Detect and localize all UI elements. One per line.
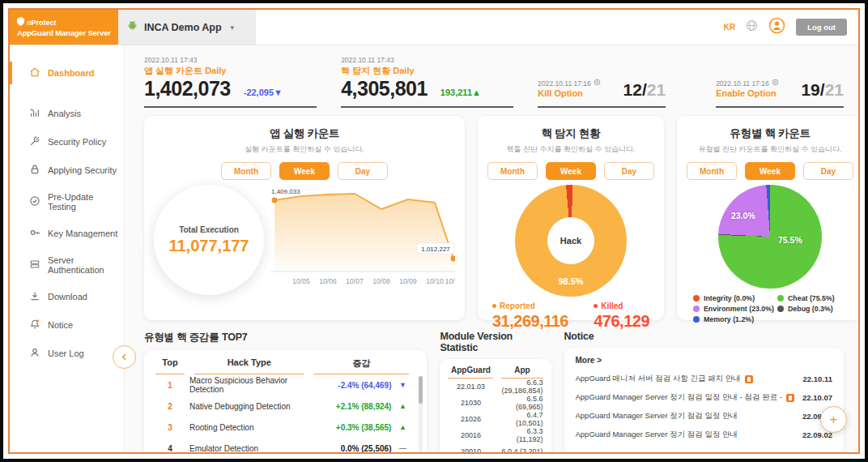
period-tabs: Month Week Day — [154, 162, 455, 180]
stat-label: Enable Option — [716, 88, 779, 98]
table-row: 2 Native Debugging Detection +2.1% (88,9… — [155, 396, 409, 417]
selected-app-name: INCA Demo App — [144, 22, 222, 33]
main-content: 2022.10.11 17:43 앱 실행 카운트 Daily 1,402,07… — [125, 45, 858, 452]
stat-enable-option: 2022.10.11 17:16 Enable Option 19/21 — [716, 79, 844, 108]
card-hack-type-count: 유형별 핵 카운트 유형별 진단 카운트를 확인하실 수 있습니다. Month… — [677, 116, 858, 320]
tab-day[interactable]: Day — [604, 162, 654, 180]
lock-icon — [29, 164, 40, 177]
start-point-label: 1,409,033 — [271, 188, 300, 195]
notice-link[interactable]: AppGuard Manager Server 정기 점검 일정 안내 — [576, 411, 738, 421]
shield-icon — [17, 17, 24, 28]
globe-icon[interactable] — [746, 19, 758, 35]
stat-label: Kill Option — [538, 88, 601, 98]
sidebar-item-dashboard[interactable]: Dashboard — [10, 62, 124, 84]
down-arrow-icon: ▼ — [396, 381, 409, 389]
card-subtitle: 유형별 진단 카운트를 확인하실 수 있습니다. — [687, 144, 853, 155]
x-tick: 10/10 — [426, 277, 444, 285]
top7-header: Top Hack Type 증감 — [155, 357, 409, 374]
sidebar-item-download[interactable]: Download — [10, 285, 124, 308]
brand-product: AppGuard Manager Server — [17, 28, 113, 37]
sidebar-item-notice[interactable]: Notice — [10, 314, 124, 336]
legend-integrity: Integrity (0.0%) — [693, 294, 774, 302]
x-tick: 10/07 — [346, 277, 364, 285]
sidebar-item-server-authentication[interactable]: Server Authentication — [10, 250, 124, 280]
top-bar-right: KR Log out — [724, 10, 858, 45]
gear-icon[interactable] — [594, 79, 601, 88]
legend-dot — [693, 316, 700, 323]
tab-month[interactable]: Month — [687, 162, 737, 180]
stat-value: 1,402,073 — [144, 79, 231, 99]
bottom-row: 유형별 핵 증감률 TOP7 Top Hack Type 증감 1 Macro … — [144, 331, 844, 452]
legend-debug: Debug (0.3%) — [777, 305, 847, 313]
new-badge-icon — [786, 394, 794, 402]
section-module-versions: Module Version Statistic AppGuard App 22… — [440, 331, 551, 452]
notice-link[interactable]: AppGuard Manager Server 정기 점검 일정 안내 — [576, 430, 738, 440]
period-tabs: Month Week Day — [687, 162, 853, 180]
app-window: nProtect AppGuard Manager Server INCA De… — [0, 0, 868, 462]
card-subtitle: 핵툴 진단 수치를 확인하실 수 있습니다. — [487, 144, 654, 155]
up-arrow-icon: ▲ — [396, 402, 409, 410]
hack-type-pie-chart: 23.0% 75.5% — [718, 185, 822, 289]
tab-day[interactable]: Day — [338, 162, 388, 180]
stat-date: 2022.10.11 17:16 — [716, 79, 769, 88]
avatar-icon[interactable] — [768, 17, 785, 37]
module-version-table: AppGuard App 22.01.036.6.3 (29,186,854) … — [440, 359, 551, 452]
list-item: AppGuard Manager Server 정기 점검 일정 안내 22.0… — [576, 426, 833, 444]
notice-link[interactable]: AppGuard Manager Server 정기 점검 일정 안내 - 점검… — [576, 392, 795, 403]
donut-percent-label: 98.5% — [558, 276, 583, 286]
scrollbar-thumb[interactable] — [419, 376, 423, 404]
execution-line-chart: 1,409,033 1,012,227 10/05 10/06 10/07 10… — [270, 187, 455, 293]
sidebar-item-key-management[interactable]: Key Management — [10, 222, 124, 245]
sidebar-item-user-log[interactable]: User Log — [10, 342, 124, 365]
logout-button[interactable]: Log out — [796, 19, 847, 36]
section-notice: Notice More > AppGuard 매니저 서버 점검 사항 긴급 패… — [564, 331, 845, 452]
x-tick: 10/05 — [292, 277, 310, 285]
stat-value: 4,305,801 — [341, 79, 428, 99]
list-item: AppGuard Manager Server 정기 점검 일정 안내 22.0… — [576, 407, 833, 426]
pie-slice-label-cheat: 75.5% — [778, 235, 802, 245]
stats-row: 2022.10.11 17:43 앱 실행 카운트 Daily 1,402,07… — [144, 56, 844, 108]
new-badge-icon — [745, 375, 753, 383]
card-app-execution-count: 앱 실행 카운트 실행 카운트를 확인하실 수 있습니다. Month Week… — [144, 116, 465, 320]
reported-stat: Reported 31,269,116 — [492, 302, 568, 331]
key-icon — [29, 227, 40, 240]
notice-list: More > AppGuard 매니저 서버 점검 사항 긴급 패치 안내 22… — [564, 348, 845, 452]
home-icon — [29, 66, 40, 79]
killed-stat: Killed 476,129 — [594, 302, 649, 331]
sidebar-item-applying-security[interactable]: Applying Security — [10, 159, 124, 182]
top7-table: Top Hack Type 증감 1 Macro Suspicious Beha… — [144, 350, 427, 452]
tab-day[interactable]: Day — [803, 162, 853, 180]
stat-date: 2022.10.11 17:43 — [144, 56, 317, 64]
sidebar-item-security-policy[interactable]: Security Policy — [10, 130, 124, 153]
tab-month[interactable]: Month — [487, 162, 538, 180]
user-icon — [29, 347, 40, 360]
tab-week[interactable]: Week — [279, 162, 330, 180]
sidebar: Dashboard Analysis Security Policy Apply… — [10, 45, 125, 452]
list-item: AppGuard 매니저 서버 점검 사항 긴급 패치 안내 22.10.11 — [576, 370, 833, 388]
chevron-down-icon: ▾ — [231, 24, 235, 32]
tab-month[interactable]: Month — [221, 162, 271, 180]
table-row: 4 Emulator Detection 0.0% (25,506) — — [155, 438, 409, 452]
scrollbar-track[interactable] — [419, 376, 423, 452]
x-tick: 10/11 — [445, 277, 455, 285]
enable-option-value: 19/21 — [801, 81, 844, 98]
tab-week[interactable]: Week — [546, 162, 596, 180]
stat-date: 2022.10.11 17:43 — [341, 56, 513, 64]
add-floating-button[interactable]: + — [820, 406, 847, 433]
app-selector-dropdown[interactable]: INCA Demo App ▾ — [118, 10, 256, 45]
sidebar-collapse-button[interactable] — [113, 345, 136, 369]
language-toggle[interactable]: KR — [724, 23, 735, 32]
sidebar-item-pre-update-testing[interactable]: Pre-Update Testing — [10, 187, 124, 216]
stat-kill-option: 2022.10.11 17:16 Kill Option 12/21 — [538, 79, 666, 108]
kill-option-value: 12/21 — [623, 81, 666, 98]
tab-week[interactable]: Week — [745, 162, 795, 180]
section-title: 유형별 핵 증감률 TOP7 — [144, 331, 427, 344]
notice-more-link[interactable]: More > — [576, 356, 833, 365]
gear-icon[interactable] — [772, 79, 779, 88]
table-row: 210306.5.6 (69,965) — [448, 395, 542, 411]
stat-date: 2022.10.11 17:16 — [538, 79, 591, 88]
notice-link[interactable]: AppGuard 매니저 서버 점검 사항 긴급 패치 안내 — [576, 374, 753, 384]
card-title: 핵 탐지 현황 — [487, 126, 654, 141]
check-circle-icon — [29, 195, 40, 208]
sidebar-item-analysis[interactable]: Analysis — [10, 102, 124, 125]
